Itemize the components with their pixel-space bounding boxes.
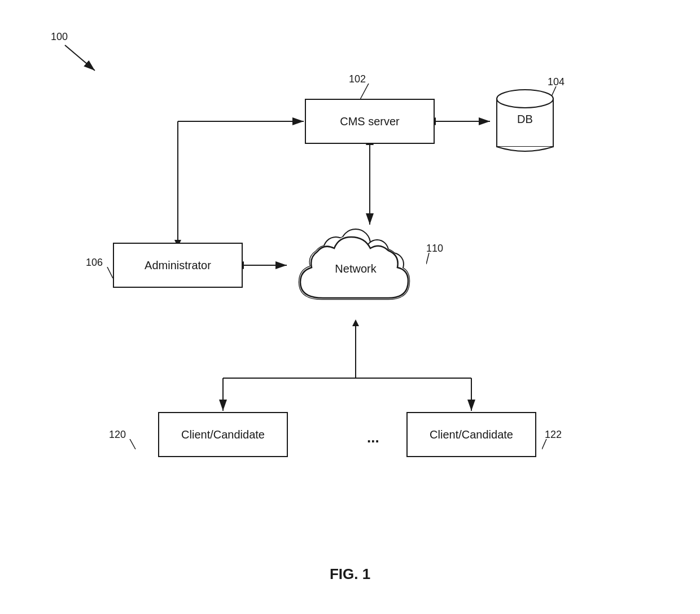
- ellipsis: ...: [367, 429, 379, 446]
- client1-box: Client/Candidate: [158, 412, 288, 457]
- svg-line-18: [426, 253, 429, 264]
- db-cylinder: DB: [491, 85, 559, 158]
- client2-label: Client/Candidate: [430, 428, 513, 441]
- ref-122-tick: [542, 439, 562, 451]
- network-label: Network: [288, 262, 423, 275]
- cms-server-box: CMS server: [305, 99, 435, 144]
- fig-caption: FIG. 1: [330, 565, 370, 583]
- svg-point-22: [497, 90, 553, 108]
- ref-110-tick: [426, 253, 443, 267]
- svg-line-17: [107, 267, 113, 278]
- admin-box: Administrator: [113, 243, 243, 288]
- svg-line-15: [360, 84, 369, 99]
- db-label: DB: [491, 113, 559, 126]
- ref-120-tick: [119, 439, 138, 451]
- administrator-label: Administrator: [145, 259, 211, 272]
- ref-100-label: 100: [51, 31, 68, 43]
- svg-line-13: [65, 45, 95, 71]
- cms-server-label: CMS server: [340, 115, 400, 128]
- ref-102-tick: [360, 84, 377, 100]
- svg-line-20: [542, 439, 546, 449]
- diagram: 100 102 104 106 110 120 122 CMS serve: [0, 0, 700, 614]
- ref-100-arrow: [62, 42, 102, 76]
- network-cloud: Network: [288, 226, 423, 322]
- client2-box: Client/Candidate: [406, 412, 536, 457]
- client1-label: Client/Candidate: [181, 428, 265, 441]
- svg-line-19: [130, 439, 135, 449]
